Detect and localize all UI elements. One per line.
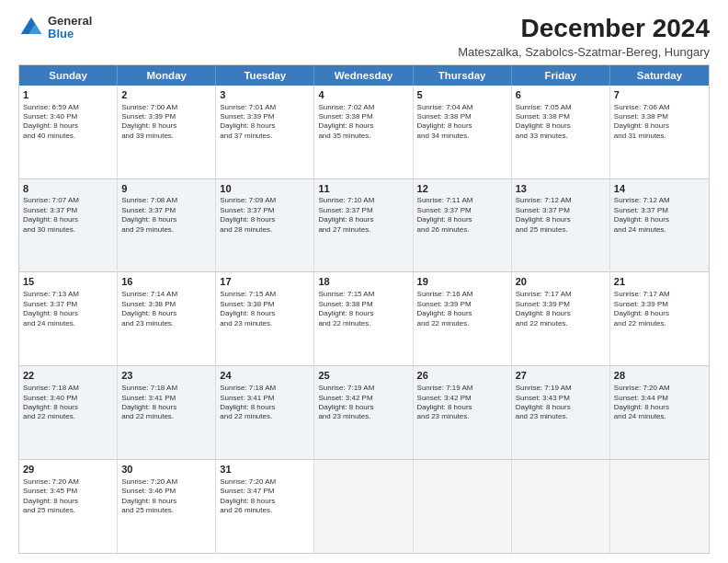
day-number: 27	[516, 369, 606, 383]
day-number: 26	[417, 369, 507, 383]
cell-line: and 22 minutes.	[220, 412, 310, 421]
cell-line: Daylight: 8 hours	[121, 403, 211, 412]
day-number: 9	[121, 182, 211, 196]
cell-line: and 26 minutes.	[417, 225, 507, 235]
cell-line: Sunrise: 7:13 AM	[23, 290, 113, 299]
cell-line: Sunset: 3:38 PM	[318, 112, 408, 121]
calendar-cell: 6Sunrise: 7:05 AMSunset: 3:38 PMDaylight…	[512, 86, 610, 178]
day-number: 16	[121, 275, 211, 289]
calendar-cell: 9Sunrise: 7:08 AMSunset: 3:37 PMDaylight…	[118, 179, 216, 272]
cell-line: Daylight: 8 hours	[220, 403, 310, 412]
cell-line: Daylight: 8 hours	[220, 215, 310, 224]
day-number: 14	[614, 182, 705, 196]
cell-line: Sunset: 3:37 PM	[23, 300, 113, 309]
calendar-cell: 16Sunrise: 7:14 AMSunset: 3:38 PMDayligh…	[118, 272, 216, 365]
page: General Blue December 2024 Mateszalka, S…	[0, 0, 728, 563]
cell-line: Sunset: 3:37 PM	[318, 206, 408, 215]
logo: General Blue	[18, 15, 92, 41]
calendar-week: 22Sunrise: 7:18 AMSunset: 3:40 PMDayligh…	[19, 366, 709, 460]
calendar-header-cell: Wednesday	[314, 65, 413, 86]
cell-line: Daylight: 8 hours	[417, 309, 507, 318]
cell-line: and 40 minutes.	[23, 132, 113, 141]
calendar-cell: 26Sunrise: 7:19 AMSunset: 3:42 PMDayligh…	[414, 366, 512, 459]
day-number: 1	[23, 88, 113, 102]
cell-line: and 27 minutes.	[318, 225, 408, 235]
cell-line: and 22 minutes.	[417, 319, 507, 328]
calendar-cell: 4Sunrise: 7:02 AMSunset: 3:38 PMDaylight…	[314, 86, 413, 178]
day-number: 31	[220, 463, 310, 477]
cell-line: Sunset: 3:38 PM	[614, 112, 705, 121]
day-number: 5	[417, 88, 507, 102]
cell-line: Sunset: 3:42 PM	[417, 394, 507, 403]
cell-line: Sunset: 3:39 PM	[417, 300, 507, 309]
cell-line: Sunrise: 7:19 AM	[516, 384, 606, 393]
cell-line: Sunrise: 7:12 AM	[516, 196, 606, 205]
cell-line: Sunrise: 7:02 AM	[318, 103, 408, 112]
cell-line: Daylight: 8 hours	[23, 497, 113, 506]
day-number: 29	[23, 463, 113, 477]
calendar-cell: 17Sunrise: 7:15 AMSunset: 3:38 PMDayligh…	[216, 272, 314, 365]
cell-line: Sunrise: 7:20 AM	[23, 477, 113, 487]
cell-line: Daylight: 8 hours	[23, 309, 113, 318]
cell-line: Sunrise: 7:11 AM	[417, 196, 507, 205]
cell-line: and 30 minutes.	[23, 225, 113, 235]
cell-line: and 24 minutes.	[23, 319, 113, 328]
day-number: 19	[417, 275, 507, 289]
calendar-cell: 24Sunrise: 7:18 AMSunset: 3:41 PMDayligh…	[216, 366, 314, 459]
cell-line: Sunset: 3:37 PM	[23, 206, 113, 215]
cell-line: Sunset: 3:46 PM	[121, 487, 211, 496]
cell-line: Daylight: 8 hours	[516, 403, 606, 412]
cell-line: Sunset: 3:38 PM	[318, 300, 408, 309]
cell-line: and 37 minutes.	[220, 132, 310, 141]
calendar-week: 29Sunrise: 7:20 AMSunset: 3:45 PMDayligh…	[19, 460, 709, 553]
cell-line: Sunset: 3:37 PM	[220, 206, 310, 215]
cell-line: Daylight: 8 hours	[220, 497, 310, 506]
calendar-cell: 30Sunrise: 7:20 AMSunset: 3:46 PMDayligh…	[118, 460, 216, 553]
cell-line: Sunset: 3:41 PM	[121, 394, 211, 403]
calendar-header-row: SundayMondayTuesdayWednesdayThursdayFrid…	[19, 65, 709, 86]
cell-line: and 35 minutes.	[318, 132, 408, 141]
cell-line: Sunrise: 7:16 AM	[417, 290, 507, 299]
cell-line: Sunrise: 7:20 AM	[220, 477, 310, 487]
cell-line: and 28 minutes.	[220, 225, 310, 235]
cell-line: Daylight: 8 hours	[614, 121, 705, 131]
day-number: 28	[614, 369, 705, 383]
calendar-cell: 3Sunrise: 7:01 AMSunset: 3:39 PMDaylight…	[216, 86, 314, 178]
cell-line: Sunrise: 7:08 AM	[121, 196, 211, 205]
cell-line: Daylight: 8 hours	[516, 309, 606, 318]
logo-general: General	[48, 15, 92, 28]
day-number: 7	[614, 88, 705, 102]
calendar-cell: 15Sunrise: 7:13 AMSunset: 3:37 PMDayligh…	[19, 272, 118, 365]
calendar-header-cell: Monday	[118, 65, 216, 86]
cell-line: Sunrise: 7:05 AM	[516, 103, 606, 112]
calendar-header-cell: Saturday	[610, 65, 709, 86]
day-number: 30	[121, 463, 211, 477]
cell-line: Sunrise: 7:12 AM	[614, 196, 705, 205]
day-number: 25	[318, 369, 408, 383]
day-number: 21	[614, 275, 705, 289]
day-number: 15	[23, 275, 113, 289]
cell-line: Sunset: 3:44 PM	[614, 394, 705, 403]
cell-line: Sunrise: 7:04 AM	[417, 103, 507, 112]
cell-line: Daylight: 8 hours	[417, 215, 507, 224]
cell-line: Sunset: 3:42 PM	[318, 394, 408, 403]
cell-line: Sunrise: 7:14 AM	[121, 290, 211, 299]
cell-line: Sunrise: 7:19 AM	[417, 384, 507, 393]
cell-line: and 39 minutes.	[121, 132, 211, 141]
cell-line: Sunset: 3:38 PM	[121, 300, 211, 309]
calendar-cell: 31Sunrise: 7:20 AMSunset: 3:47 PMDayligh…	[216, 460, 314, 553]
day-number: 10	[220, 182, 310, 196]
calendar-cell: 27Sunrise: 7:19 AMSunset: 3:43 PMDayligh…	[512, 366, 610, 459]
cell-line: Daylight: 8 hours	[318, 309, 408, 318]
cell-line: Sunset: 3:38 PM	[417, 112, 507, 121]
cell-line: Sunrise: 7:06 AM	[614, 103, 705, 112]
calendar-week: 15Sunrise: 7:13 AMSunset: 3:37 PMDayligh…	[19, 272, 709, 366]
day-number: 12	[417, 182, 507, 196]
day-number: 22	[23, 369, 113, 383]
cell-line: Sunrise: 7:15 AM	[220, 290, 310, 299]
cell-line: and 29 minutes.	[121, 225, 211, 235]
cell-line: and 23 minutes.	[516, 412, 606, 421]
cell-line: and 23 minutes.	[220, 319, 310, 328]
cell-line: Daylight: 8 hours	[220, 309, 310, 318]
day-number: 6	[516, 88, 606, 102]
